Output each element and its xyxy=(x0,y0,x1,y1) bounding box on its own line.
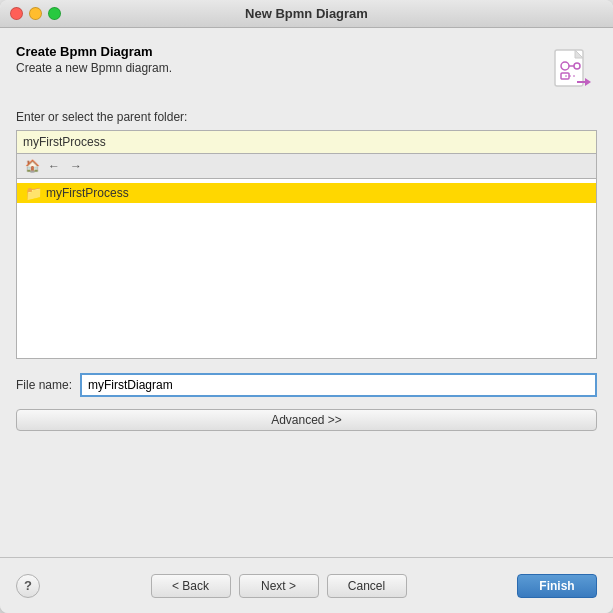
dialog-content: Create Bpmn Diagram Create a new Bpmn di… xyxy=(0,28,613,557)
bpmn-diagram-icon xyxy=(545,44,597,96)
maximize-button[interactable] xyxy=(48,7,61,20)
filename-row: File name: xyxy=(16,373,597,397)
folder-icon: 📁 xyxy=(25,185,42,201)
help-button[interactable]: ? xyxy=(16,574,40,598)
forward-nav-button[interactable]: → xyxy=(67,157,85,175)
svg-marker-7 xyxy=(585,78,591,86)
traffic-lights xyxy=(10,7,61,20)
home-button[interactable]: 🏠 xyxy=(23,157,41,175)
folder-tree[interactable]: 📁 myFirstProcess xyxy=(16,179,597,359)
close-button[interactable] xyxy=(10,7,23,20)
header-subtitle: Create a new Bpmn diagram. xyxy=(16,61,172,75)
tree-item[interactable]: 📁 myFirstProcess xyxy=(17,183,596,203)
filename-input[interactable] xyxy=(80,373,597,397)
cancel-button[interactable]: Cancel xyxy=(327,574,407,598)
title-bar: New Bpmn Diagram xyxy=(0,0,613,28)
folder-section-label: Enter or select the parent folder: xyxy=(16,110,597,124)
footer-left: ? xyxy=(16,574,40,598)
header-text: Create Bpmn Diagram Create a new Bpmn di… xyxy=(16,44,172,75)
advanced-button[interactable]: Advanced >> xyxy=(16,409,597,431)
back-button[interactable]: < Back xyxy=(151,574,231,598)
footer-center: < Back Next > Cancel xyxy=(40,574,517,598)
tree-toolbar: 🏠 ← → xyxy=(16,154,597,179)
dialog-window: New Bpmn Diagram Create Bpmn Diagram Cre… xyxy=(0,0,613,613)
finish-button[interactable]: Finish xyxy=(517,574,597,598)
next-button[interactable]: Next > xyxy=(239,574,319,598)
dialog-footer: ? < Back Next > Cancel Finish xyxy=(0,557,613,613)
header: Create Bpmn Diagram Create a new Bpmn di… xyxy=(16,44,597,96)
minimize-button[interactable] xyxy=(29,7,42,20)
footer-right: Finish xyxy=(517,574,597,598)
header-title: Create Bpmn Diagram xyxy=(16,44,172,59)
parent-folder-input[interactable] xyxy=(16,130,597,154)
back-nav-button[interactable]: ← xyxy=(45,157,63,175)
filename-label: File name: xyxy=(16,378,72,392)
window-title: New Bpmn Diagram xyxy=(245,6,368,21)
tree-item-label: myFirstProcess xyxy=(46,186,129,200)
